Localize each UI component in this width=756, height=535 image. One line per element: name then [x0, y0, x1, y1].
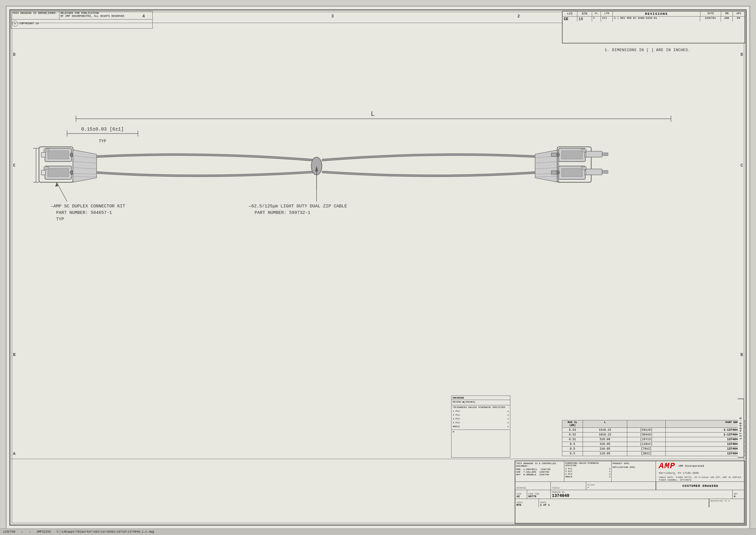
tb-dwgno-val: 1374040: [552, 493, 731, 498]
tb-sheet-cell: SHEET 1 of 1: [539, 499, 709, 507]
svg-rect-57: [581, 149, 586, 152]
pn-header-il: MAX IL (dB): [562, 420, 583, 428]
tol-1: 1 PLC±: [451, 409, 510, 413]
tb-tol-angle-val: ±: [609, 475, 610, 478]
svg-point-17: [70, 153, 73, 156]
rev-title: REVISIONS: [613, 12, 700, 16]
connector-pn-text: PART NUMBER: 504657-1: [56, 210, 112, 215]
pn-header-row: MAX IL (dB) L PART NUMBER: [562, 420, 745, 428]
tb-chk-label: CHK: [516, 471, 520, 473]
tb-apv-date: 120CT99: [539, 473, 549, 476]
tb-drawn-row: DWN C.KRAYBILL 120CT99: [516, 468, 563, 471]
rev-ltr-header: LTR: [601, 12, 613, 16]
pn-l-4: 2±0.05: [583, 447, 627, 451]
tb-cage-cell: CAGE CODE 00779: [527, 490, 551, 499]
pn-num-0: 1-1374040-5: [666, 428, 745, 432]
rev-row-1: CE 16 F CFI A | REV PER EC 0A00-0335-01 …: [563, 16, 744, 21]
tb-product-spec: PRODUCT SPEC: [612, 462, 655, 465]
encoding-block: ENCODING METERS ■[INCHES] TOLERANCES UNL…: [451, 396, 510, 458]
tb-tol-2plc-val: ±: [609, 467, 610, 470]
pn-num-4: 1374040-2: [666, 447, 745, 451]
pn-row-5: 0.5 1±0.05 [39±2] 1374040-1: [562, 451, 745, 456]
rev-desc-val: A | REV PER EC 0A00-0335-01: [613, 16, 700, 21]
tb-tolerances: DIMENSIONS UNLESS OTHERWISE SPECIFIED 2 …: [564, 461, 611, 482]
zone-right-b: B: [741, 352, 743, 357]
tb-finish-label: FINISH: [552, 487, 585, 489]
top-info-row1: THIS DRAWING IS UNPUBLISHED. RELEASED FO…: [11, 11, 152, 19]
pn-il-4: 0.5: [562, 447, 583, 451]
rev-mb-header: MB: [721, 12, 733, 16]
tb-tol-3plc-val: ±: [609, 470, 610, 473]
connector-typ-text: TYP: [56, 217, 64, 222]
status-bar: 12OCT99 — — AMP32258 C:\LNCapps\TECworke…: [0, 528, 756, 535]
rev-lco-header: LCO: [563, 12, 577, 16]
zone-top-3: 3: [331, 14, 334, 18]
tol-2: 2 PLC±: [451, 413, 510, 417]
status-filepath: C:\LNCapps\TECworker\obs\cerv038s\10718\…: [57, 530, 154, 534]
svg-rect-18: [41, 153, 45, 157]
tb-apv-label: APV: [516, 473, 520, 476]
pn-l-2: 5±0.08: [583, 437, 627, 442]
tb-scale-label: SCALE: [517, 501, 537, 504]
tb-row-2: MATERIAL FINISH WT/CHT — CUSTOMER DRAWIN…: [515, 482, 744, 490]
right-cable-top-highlight: [322, 155, 535, 160]
tb-wtcht-cell: WT/CHT —: [586, 482, 656, 490]
tb-customer-drawing: CUSTOMER DRAWING: [656, 482, 744, 490]
tb-apv-by: B.OMABALA: [523, 473, 536, 476]
zone-left-c: C: [13, 163, 15, 168]
tb-rev-val: A: [734, 495, 743, 498]
zone-left-b: B: [13, 352, 15, 357]
zone-divider-bottom: [11, 459, 745, 459]
tb-drawn-by: C.KRAYBILL: [523, 468, 537, 471]
tb-chk-row: CHK T.SALLERS 120CT99: [516, 471, 563, 473]
pn-num-1: 1-1374040-0: [666, 433, 745, 437]
tol-4: 4 PLC±: [451, 421, 510, 425]
pn-il-1: 0.52: [562, 433, 583, 437]
rev-apv-header: APV: [733, 12, 744, 16]
pn-l-5: 1±0.05: [583, 451, 627, 456]
tb-scale-val: NTS: [517, 504, 537, 507]
pn-row-2: 0.51 5±0.08 [197±3] 1374040-5: [562, 437, 745, 442]
left-cable-top-highlight: [96, 155, 313, 160]
tb-wtcht-val: —: [587, 486, 654, 489]
sidebar-part-number: 1374040-0: [738, 399, 744, 458]
cable-desc-text: —62.5/125μm LIGHT DUTY DUAL ZIP CABLE: [248, 204, 347, 209]
pn-il-5: 0.5: [562, 451, 583, 456]
pn-il-2: 0.51: [562, 437, 583, 442]
tb-company-header: AMP AMP Incorporated: [659, 462, 742, 471]
tb-drawn-label: DWN: [516, 468, 520, 471]
tol-3: 3 PLC±: [451, 417, 510, 421]
tb-tol-4plc-val: ±: [609, 473, 610, 475]
rev-apv-val: EM: [733, 16, 744, 21]
tb-drawing-title: CABLE ASSY, FISER OPTIC, 62.5/125um LDO …: [659, 476, 742, 481]
encoding-header: ENCODING: [451, 396, 510, 400]
right-tips-bottom: [586, 169, 608, 175]
pn-num-3: 1374040-3: [666, 442, 745, 446]
svg-line-74: [57, 182, 67, 202]
tb-tol-4plc: 4 PLC±: [565, 473, 610, 475]
svg-rect-19: [44, 149, 49, 152]
tol-angle: ANGLE±: [451, 425, 510, 428]
tb-restricted-val: —: [728, 499, 729, 502]
unpublished-label: THIS DRAWING IS UNPUBLISHED.: [11, 11, 59, 19]
tb-rev-cell: REV A: [733, 490, 744, 499]
svg-text:L: L: [371, 110, 374, 118]
rev-mb-val: ADB: [721, 16, 733, 21]
tb-apv-row: APV B.OMABALA 120CT99: [516, 473, 563, 476]
zone-top-2: 2: [517, 14, 520, 18]
tb-row-4: SCALE NTS SHEET 1 of 1 RESTRICTED TO —: [515, 499, 744, 507]
part-number-table: MAX IL (dB) L PART NUMBER 0.53 15±0.15 […: [562, 420, 745, 456]
pn-il-0: 0.53: [562, 428, 583, 432]
svg-rect-69: [581, 167, 586, 170]
rev-header: LCO ECN FL LTR REVISIONS DATE MB APV: [563, 12, 744, 16]
tb-dwgno-label: DRAWING NO.: [552, 491, 731, 493]
pn-l-0: 15±0.15: [583, 428, 627, 432]
tb-company-addr: Harrisburg, PA 17105-3608: [659, 472, 742, 475]
pn-bracket-1: [394±6]: [627, 433, 666, 437]
svg-text:0.15±0.03 [6±1]: 0.15±0.03 [6±1]: [81, 127, 124, 132]
tb-tol-4plc-label: 4 PLC: [565, 473, 572, 475]
tb-chk-by: T.SALLERS: [523, 471, 536, 473]
pn-header-pn: PART NUMBER: [666, 420, 745, 428]
pn-bracket-2: [197±3]: [627, 437, 666, 442]
pn-l-3: 3±0.05: [583, 442, 627, 446]
